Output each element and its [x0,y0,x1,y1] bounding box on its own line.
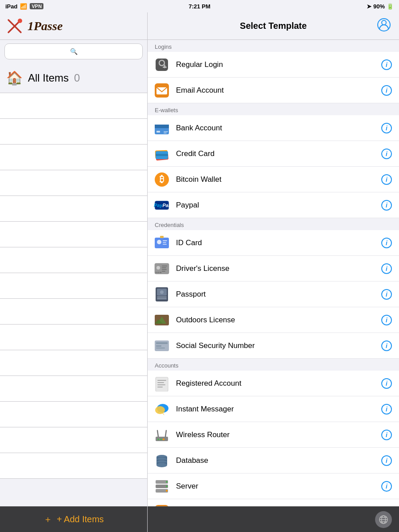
id-card-label: ID Card [176,239,381,247]
outdoors-license-info-button[interactable]: i [381,315,392,325]
template-item-regular-login[interactable]: Regular Login i [148,52,399,78]
list-item [0,170,147,196]
wireless-router-icon-wrap [152,425,172,445]
passport-info-button[interactable]: i [381,289,392,300]
list-item [0,325,147,350]
instant-messager-info-button[interactable]: i [381,404,392,415]
template-item-software-license[interactable]: A Software License i [148,499,399,506]
all-items-label: All Items [28,72,69,84]
credit-card-info-button[interactable]: i [381,149,392,159]
ipad-label: iPad [5,3,17,10]
template-item-ssn[interactable]: Social Security Number i [148,333,399,359]
list-item [0,453,147,479]
app-logo [6,18,23,35]
svg-rect-19 [156,154,168,156]
server-info-button[interactable]: i [381,481,392,492]
drivers-license-info-button[interactable]: i [381,263,392,274]
template-item-bank-account[interactable]: Bank Account i [148,115,399,141]
wifi-icon: 📶 [20,3,27,10]
svg-rect-28 [163,242,166,243]
template-item-id-card[interactable]: ID Card i [148,230,399,256]
list-item [0,299,147,325]
database-label: Database [176,456,381,465]
add-items-button[interactable]: ＋ + Add Items [43,513,104,525]
template-item-database[interactable]: Database i [148,448,399,473]
template-item-email-account[interactable]: Email Account i [148,78,399,103]
svg-line-66 [165,430,166,437]
search-bar[interactable]: 🔍 [4,43,143,59]
svg-rect-58 [157,384,165,385]
left-list [0,93,147,506]
template-item-registered-account[interactable]: Registered Account i [148,371,399,396]
paypal-info-button[interactable]: i [381,200,392,211]
credit-card-icon-wrap [152,144,172,164]
template-item-credit-card[interactable]: Credit Card i [148,141,399,167]
list-item [0,273,147,299]
svg-rect-38 [156,272,156,273]
outdoors-license-icon-wrap [152,310,172,330]
bottom-bar-left: ＋ + Add Items [0,506,147,532]
svg-rect-14 [164,131,168,132]
credit-card-label: Credit Card [176,149,381,158]
list-item [0,119,147,145]
regular-login-info-button[interactable]: i [381,59,392,70]
right-panel: Select Template Logins [148,12,399,532]
section-ewallets: E-wallets Bank A [148,103,399,218]
passport-icon-wrap [152,285,172,304]
svg-rect-41 [159,272,160,273]
id-card-info-button[interactable]: i [381,238,392,248]
svg-rect-42 [160,272,161,273]
section-header-credentials: Credentials [148,218,399,230]
list-item [0,402,147,427]
person-icon[interactable] [377,18,391,35]
template-list: Logins Regular Login [148,40,399,506]
house-icon: 🏠 [6,70,23,86]
accounts-items: Registered Account i [148,371,399,506]
email-account-icon-wrap [152,81,172,100]
database-info-button[interactable]: i [381,455,392,466]
bitcoin-wallet-info-button[interactable]: i [381,174,392,185]
all-items-row[interactable]: 🏠 All Items 0 [0,63,147,93]
svg-rect-59 [157,387,163,387]
template-item-outdoors-license[interactable]: Outdoors License i [148,307,399,333]
email-account-info-button[interactable]: i [381,85,392,96]
bank-account-info-button[interactable]: i [381,123,392,133]
drivers-license-label: Driver's License [176,264,381,273]
plus-icon: ＋ [43,513,52,525]
wireless-router-info-button[interactable]: i [381,430,392,440]
svg-point-69 [163,438,164,440]
svg-rect-37 [162,271,165,272]
app-title: 1Passe [27,19,63,33]
template-item-wireless-router[interactable]: Wireless Router i [148,422,399,448]
vpn-badge: VPN [30,3,43,9]
svg-rect-64 [156,437,168,441]
template-item-instant-messager[interactable]: Instant Messager i [148,396,399,422]
status-time: 7:21 PM [188,3,210,10]
list-item [0,145,147,170]
passport-label: Passport [176,290,381,299]
svg-rect-39 [157,272,157,273]
svg-rect-30 [160,236,164,238]
ssn-icon-wrap [152,336,172,356]
template-item-drivers-license[interactable]: Driver's License i [148,256,399,282]
svg-text:PayPal: PayPal [154,203,170,208]
left-panel: 1Passe 🔍 🏠 All Items 0 [0,12,148,532]
svg-rect-53 [156,345,161,347]
outdoors-license-label: Outdoors License [176,316,381,325]
list-item [0,427,147,453]
template-item-bitcoin-wallet[interactable]: ₿ Bitcoin Wallet i [148,167,399,192]
template-item-paypal[interactable]: PayPal Paypal i [148,192,399,218]
svg-point-82 [166,490,168,492]
svg-rect-36 [162,269,167,270]
database-icon-wrap [152,451,172,470]
list-item [0,376,147,402]
ssn-info-button[interactable]: i [381,340,392,351]
template-item-passport[interactable]: Passport i [148,282,399,307]
globe-button[interactable] [375,511,392,528]
section-credentials: Credentials [148,218,399,359]
ewallets-items: Bank Account i [148,115,399,218]
template-item-server[interactable]: Server i [148,473,399,499]
svg-rect-25 [155,238,169,248]
list-item [0,222,147,247]
registered-account-info-button[interactable]: i [381,378,392,389]
